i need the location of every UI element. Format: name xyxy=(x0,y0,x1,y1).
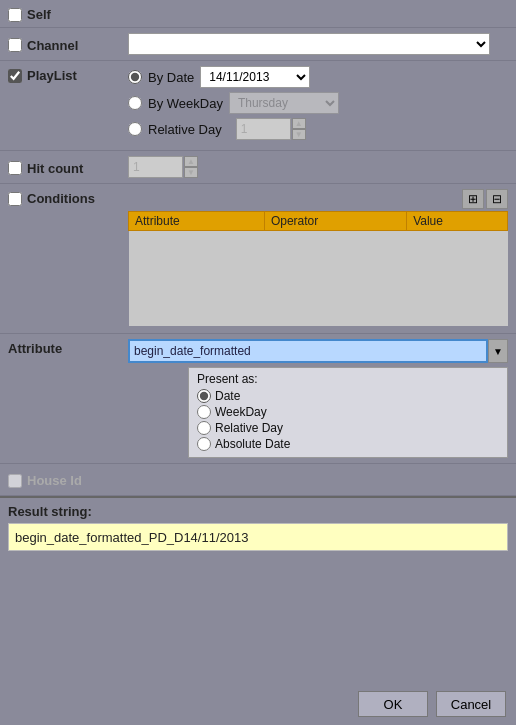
self-label: Self xyxy=(27,7,51,22)
present-relday-line: Relative Day xyxy=(197,421,499,435)
present-weekday-line: WeekDay xyxy=(197,405,499,419)
by-weekday-label: By WeekDay xyxy=(148,96,223,111)
relative-day-label: Relative Day xyxy=(148,122,222,137)
self-checkbox[interactable] xyxy=(8,8,22,22)
channel-row: Channel xyxy=(0,28,516,61)
present-as-title: Present as: xyxy=(197,372,499,386)
hit-count-down-btn[interactable]: ▼ xyxy=(184,167,198,178)
result-section: Result string: xyxy=(0,496,516,557)
present-date-radio[interactable] xyxy=(197,389,211,403)
footer: OK Cancel xyxy=(0,683,516,725)
by-date-line: By Date 14/11/2013 xyxy=(128,66,508,88)
present-weekday-label: WeekDay xyxy=(215,405,267,419)
relative-day-input[interactable] xyxy=(236,118,291,140)
by-weekday-line: By WeekDay Thursday xyxy=(128,92,508,114)
present-absdate-label: Absolute Date xyxy=(215,437,290,451)
relative-day-spin: ▲ ▼ xyxy=(236,118,306,140)
dialog: Self Channel PlayList By Date xyxy=(0,0,516,725)
conditions-thead: Attribute Operator Value xyxy=(129,212,508,231)
hit-count-checkbox[interactable] xyxy=(8,161,22,175)
relative-day-line: Relative Day ▲ ▼ xyxy=(128,118,508,140)
present-relday-label: Relative Day xyxy=(215,421,283,435)
self-label-container: Self xyxy=(8,5,128,22)
hit-count-content: ▲ ▼ xyxy=(128,156,508,178)
conditions-add-btn[interactable]: ⊞ xyxy=(462,189,484,209)
house-id-label: House Id xyxy=(27,473,82,488)
present-relday-radio[interactable] xyxy=(197,421,211,435)
conditions-label-container: Conditions xyxy=(8,189,128,206)
hit-count-spin: ▲ ▼ xyxy=(128,156,198,178)
attribute-row: Attribute ▼ Present as: Date WeekDay xyxy=(0,334,516,464)
conditions-toolbar: ⊞ ⊟ xyxy=(128,189,508,209)
playlist-content: By Date 14/11/2013 By WeekDay Thursday xyxy=(128,66,508,140)
channel-label-container: Channel xyxy=(8,36,128,53)
attribute-label: Attribute xyxy=(8,341,62,356)
present-absdate-line: Absolute Date xyxy=(197,437,499,451)
conditions-label: Conditions xyxy=(27,191,95,206)
hit-count-label-container: Hit count xyxy=(8,159,128,176)
conditions-tbody xyxy=(129,231,508,326)
hit-count-row: Hit count ▲ ▼ xyxy=(0,151,516,184)
by-date-label: By Date xyxy=(148,70,194,85)
empty-row xyxy=(129,231,508,326)
hit-count-spin-buttons: ▲ ▼ xyxy=(184,156,198,178)
attribute-input[interactable] xyxy=(128,339,488,363)
channel-content xyxy=(128,33,508,55)
present-absdate-radio[interactable] xyxy=(197,437,211,451)
conditions-checkbox[interactable] xyxy=(8,192,22,206)
date-select[interactable]: 14/11/2013 xyxy=(200,66,310,88)
present-date-label: Date xyxy=(215,389,240,403)
by-date-radio[interactable] xyxy=(128,70,142,84)
by-weekday-radio[interactable] xyxy=(128,96,142,110)
relative-day-down-btn[interactable]: ▼ xyxy=(292,129,306,140)
present-as-box: Present as: Date WeekDay Relative Day Ab… xyxy=(188,367,508,458)
col-operator: Operator xyxy=(264,212,406,231)
conditions-row: Conditions ⊞ ⊟ Attribute Operator Value xyxy=(0,184,516,334)
attribute-label-container: Attribute xyxy=(8,339,128,356)
weekday-select[interactable]: Thursday xyxy=(229,92,339,114)
channel-label: Channel xyxy=(27,38,78,53)
col-attribute: Attribute xyxy=(129,212,265,231)
empty-cell xyxy=(129,231,508,326)
present-weekday-radio[interactable] xyxy=(197,405,211,419)
result-input[interactable] xyxy=(8,523,508,551)
attribute-dropdown-btn[interactable]: ▼ xyxy=(488,339,508,363)
self-row: Self xyxy=(0,0,516,28)
present-date-line: Date xyxy=(197,389,499,403)
attribute-content: ▼ Present as: Date WeekDay Relative Day xyxy=(128,339,508,458)
conditions-remove-btn[interactable]: ⊟ xyxy=(486,189,508,209)
house-id-row: House Id xyxy=(0,464,516,496)
conditions-content: ⊞ ⊟ Attribute Operator Value xyxy=(128,189,508,326)
playlist-row: PlayList By Date 14/11/2013 By WeekDay xyxy=(0,61,516,151)
col-value: Value xyxy=(407,212,508,231)
relative-day-radio[interactable] xyxy=(128,122,142,136)
ok-button[interactable]: OK xyxy=(358,691,428,717)
conditions-header-row: Attribute Operator Value xyxy=(129,212,508,231)
playlist-label: PlayList xyxy=(27,68,77,83)
attr-select-container: ▼ xyxy=(128,339,508,363)
channel-select[interactable] xyxy=(128,33,490,55)
relative-day-spin-buttons: ▲ ▼ xyxy=(292,118,306,140)
hit-count-input[interactable] xyxy=(128,156,183,178)
hit-count-up-btn[interactable]: ▲ xyxy=(184,156,198,167)
cancel-button[interactable]: Cancel xyxy=(436,691,506,717)
playlist-label-container: PlayList xyxy=(8,66,128,83)
house-id-label-container: House Id xyxy=(8,471,128,488)
house-id-checkbox[interactable] xyxy=(8,474,22,488)
hit-count-label: Hit count xyxy=(27,161,83,176)
conditions-table: Attribute Operator Value xyxy=(128,211,508,326)
result-label: Result string: xyxy=(8,504,508,519)
channel-checkbox[interactable] xyxy=(8,38,22,52)
relative-day-up-btn[interactable]: ▲ xyxy=(292,118,306,129)
playlist-checkbox[interactable] xyxy=(8,69,22,83)
playlist-radio-group: By Date 14/11/2013 By WeekDay Thursday xyxy=(128,66,508,140)
